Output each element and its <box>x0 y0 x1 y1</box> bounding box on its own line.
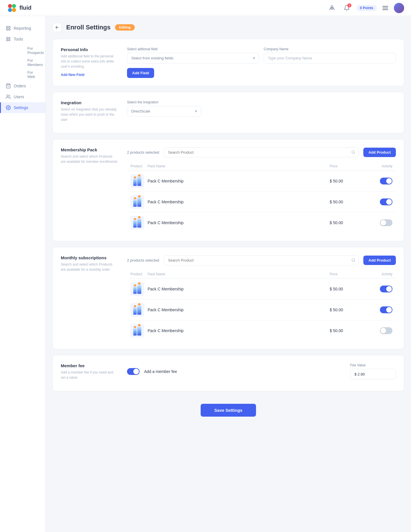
monthly-thumbnail-1 <box>130 282 144 296</box>
monthly-thumbnail-2 <box>130 303 144 317</box>
monthly-pack-name-3: Pack C Membership <box>148 328 330 333</box>
svg-point-3 <box>12 8 16 12</box>
select-additional-field[interactable]: Select from existing fields <box>127 53 259 63</box>
monthly-left: Monthly subscriptions Search and select … <box>61 255 118 341</box>
sidebar-label-tools: Tools <box>14 37 23 41</box>
avatar[interactable] <box>394 3 404 13</box>
integration-right: Select the Inegration DirectScale ▼ <box>127 100 396 125</box>
menu-line-3 <box>382 9 388 10</box>
sidebar-label-orders: Orders <box>14 84 26 88</box>
bottle-image-1 <box>133 176 141 186</box>
monthly-thumbnail-3 <box>130 324 144 338</box>
monthly-col-product: Product <box>130 272 148 276</box>
svg-point-15 <box>8 107 9 109</box>
notifications-button[interactable]: 2 <box>342 3 352 13</box>
monthly-toggle-3[interactable] <box>380 327 392 334</box>
integration-select-wrapper: DirectScale ▼ <box>127 106 201 117</box>
save-settings-button[interactable]: Save Settings <box>201 404 256 417</box>
rocket-button[interactable] <box>327 3 337 13</box>
company-name-input[interactable] <box>264 53 396 63</box>
sidebar-label-settings: Settings <box>14 105 28 110</box>
integration-select-label: Select the Inegration <box>127 100 396 104</box>
monthly-pack-name-2: Pack C Membership <box>148 308 330 312</box>
svg-rect-9 <box>7 37 8 39</box>
topnav: fluid 2 0 Points <box>0 0 411 16</box>
personal-info-title: Personal Info <box>61 47 118 52</box>
monthly-desc: Search and select which Products are ava… <box>61 262 118 272</box>
personal-info-desc: Add additional field to the personal inf… <box>61 54 118 69</box>
monthly-products-selected: 2 products selected <box>127 258 159 262</box>
bottle-shape <box>133 199 137 207</box>
sidebar-sub-members[interactable]: For Members <box>14 57 45 69</box>
sidebar-item-reporting[interactable]: Reporting <box>0 23 45 34</box>
membership-col-product: Product <box>130 164 148 168</box>
logo[interactable]: fluid <box>7 3 31 13</box>
membership-toggle-3[interactable] <box>380 219 392 226</box>
membership-title: Membership Pack <box>61 147 118 152</box>
integration-title: Inegration <box>61 100 118 105</box>
svg-rect-7 <box>6 29 8 30</box>
member-fee-right: Add a member fee Fee Value <box>127 363 396 383</box>
monthly-toggle-wrapper-1 <box>364 286 392 292</box>
avatar-image <box>394 3 404 13</box>
personal-info-section: Personal Info Add additional field to th… <box>53 39 404 86</box>
bottle-image-2 <box>133 197 141 207</box>
tools-icon <box>6 37 11 42</box>
integration-select-field[interactable]: DirectScale <box>127 106 201 117</box>
bottle2-shape <box>137 197 141 207</box>
reporting-icon <box>6 26 11 31</box>
sidebar-sub-prospects[interactable]: For Prospects <box>14 45 45 57</box>
bottle-shape <box>133 286 137 294</box>
member-fee-label: Add a member fee <box>144 369 177 374</box>
fee-value-input[interactable] <box>350 369 396 380</box>
monthly-pack-price-3: $ 50.00 <box>330 328 364 333</box>
monthly-toggle-wrapper-2 <box>364 306 392 313</box>
back-button[interactable] <box>53 23 62 32</box>
menu-button[interactable] <box>381 5 389 11</box>
bottle2-shape <box>137 218 141 228</box>
member-fee-title: Member fee <box>61 363 118 368</box>
product-thumbnail-1 <box>130 174 144 188</box>
add-new-field-link[interactable]: Add New Field <box>61 73 84 77</box>
monthly-pack-header: 2 products selected Add Product <box>127 255 396 265</box>
monthly-add-product-button[interactable]: Add Product <box>363 256 396 265</box>
monthly-toggle-wrapper-3 <box>364 327 392 334</box>
membership-toggle-wrapper-3 <box>364 219 392 226</box>
membership-toggle-1[interactable] <box>380 178 392 184</box>
personal-info-left: Personal Info Add additional field to th… <box>61 47 118 78</box>
select-additional-wrapper: Select from existing fields ▼ <box>127 53 259 63</box>
toggle-knob-3 <box>380 220 386 226</box>
toggle-knob <box>386 286 392 292</box>
membership-table-header: Product Pack Name Price Activity <box>127 162 396 171</box>
svg-rect-6 <box>9 26 10 28</box>
member-fee-toggle[interactable] <box>127 368 140 375</box>
sidebar-sub-web[interactable]: For Web <box>14 69 45 81</box>
bottle2-shape <box>137 176 141 186</box>
monthly-col-activity: Activity <box>364 272 392 276</box>
table-row: Pack C Membership $ 50.00 <box>127 171 396 192</box>
membership-col-activity: Activity <box>364 164 392 168</box>
sidebar-item-settings[interactable]: Settings <box>0 102 45 113</box>
toggle-knob <box>133 369 139 374</box>
add-field-button[interactable]: Add Field <box>127 68 154 78</box>
membership-pack-name-3: Pack C Membership <box>148 220 330 225</box>
save-section: Save Settings <box>53 397 404 426</box>
svg-point-1 <box>12 4 16 8</box>
monthly-toggle-1[interactable] <box>380 286 392 292</box>
points-button[interactable]: 0 Points <box>356 5 377 11</box>
membership-search-input[interactable] <box>164 147 359 157</box>
sidebar-item-orders[interactable]: Orders <box>0 81 45 91</box>
fee-value-label: Fee Value <box>350 363 396 367</box>
membership-toggle-wrapper-2 <box>364 198 392 205</box>
monthly-pack-price-1: $ 50.00 <box>330 287 364 291</box>
monthly-col-packname: Pack Name <box>148 272 330 276</box>
sidebar-item-users[interactable]: Users <box>0 91 45 102</box>
monthly-toggle-2[interactable] <box>380 306 392 313</box>
membership-toggle-2[interactable] <box>380 198 392 205</box>
member-fee-desc: Add a member fee if you need and set a v… <box>61 370 118 380</box>
svg-rect-11 <box>7 40 8 41</box>
monthly-search-input[interactable] <box>164 255 359 265</box>
sidebar-item-tools[interactable]: Tools <box>0 34 45 45</box>
membership-add-product-button[interactable]: Add Product <box>363 148 396 157</box>
integration-left: Inegration Select on Inegration that you… <box>61 100 118 125</box>
